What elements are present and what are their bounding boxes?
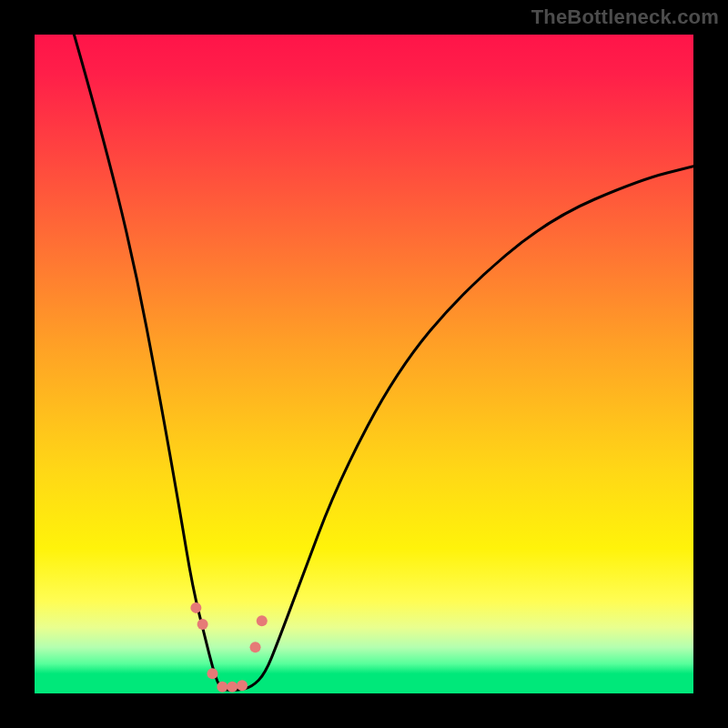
chart-frame: TheBottleneck.com <box>0 0 728 728</box>
marker-point <box>250 642 261 652</box>
bottleneck-curve <box>74 35 693 690</box>
marker-point <box>197 619 208 630</box>
marker-point <box>217 682 228 693</box>
chart-svg <box>35 35 693 693</box>
marker-point <box>207 668 217 679</box>
plot-area <box>35 35 693 693</box>
watermark-text: TheBottleneck.com <box>531 5 719 29</box>
scatter-markers <box>190 602 267 693</box>
marker-point <box>237 680 248 691</box>
marker-point <box>257 615 268 626</box>
marker-point <box>227 682 238 693</box>
marker-point <box>190 602 201 613</box>
